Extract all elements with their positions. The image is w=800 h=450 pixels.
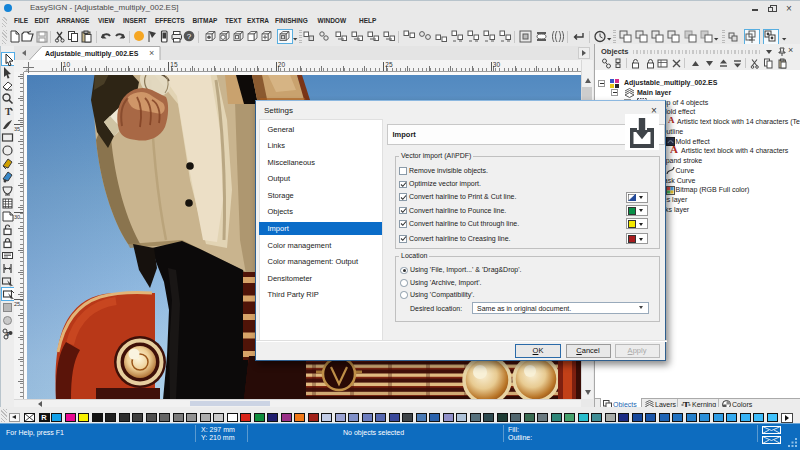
svg-text:?: ? <box>187 32 192 41</box>
svg-text:T: T <box>5 106 12 117</box>
